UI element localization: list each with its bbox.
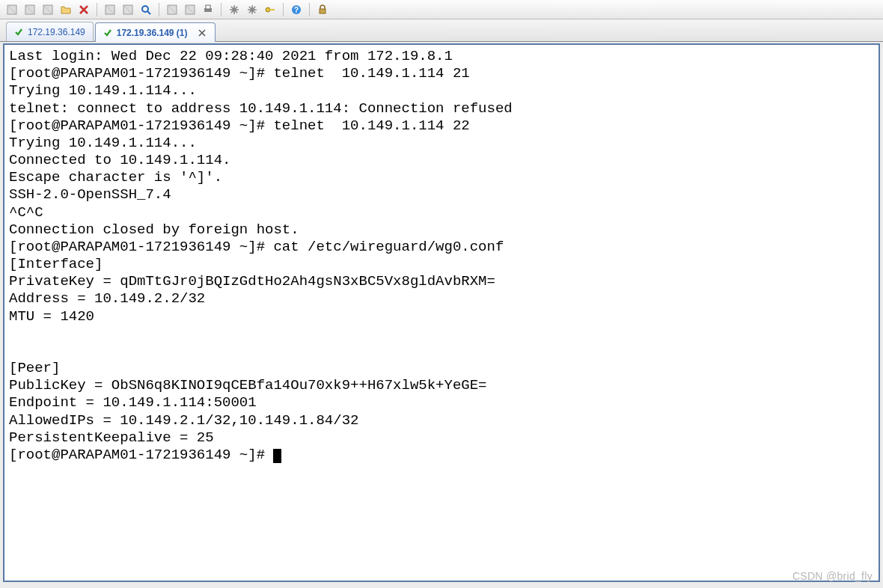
terminal-line: [root@PARAPAM01-1721936149 ~]# cat /etc/… (9, 239, 874, 256)
clipboard-icon[interactable] (40, 2, 55, 17)
tools-icon[interactable] (245, 2, 260, 17)
svg-line-26 (236, 6, 237, 7)
terminal-line: Endpoint = 10.149.1.114:50001 (9, 394, 874, 411)
terminal-line: [root@PARAPAM01-1721936149 ~]# telnet 10… (9, 117, 874, 135)
terminal-line (9, 343, 874, 360)
terminal-cursor (273, 449, 281, 463)
svg-point-10 (142, 6, 148, 12)
toolbar-separator (159, 3, 159, 16)
terminal-line: [root@PARAPAM01-1721936149 ~]# telnet 10… (9, 65, 874, 82)
terminal-line: Escape character is '^]'. (9, 169, 874, 186)
svg-rect-37 (269, 9, 275, 10)
svg-line-29 (254, 11, 255, 13)
terminal-line: Trying 10.149.1.114... (9, 82, 874, 99)
tab-label: 172.19.36.149 (1) (117, 28, 188, 38)
terminal-prompt: [root@PARAPAM01-1721936149 ~]# (9, 447, 273, 463)
search-icon[interactable] (138, 2, 153, 17)
terminal-line: Last login: Wed Dec 22 09:28:40 2021 fro… (9, 48, 874, 65)
terminal-line: Trying 10.149.1.114... (9, 135, 874, 152)
terminal-line (9, 325, 874, 343)
toolbar-separator (97, 3, 97, 16)
toolbar-separator (309, 3, 310, 16)
terminal-line: ^C^C (9, 204, 874, 221)
connected-check-icon (103, 28, 112, 37)
svg-rect-17 (206, 5, 210, 9)
session-icon[interactable] (4, 2, 19, 17)
settings-icon[interactable] (227, 2, 242, 17)
svg-line-20 (236, 11, 237, 13)
svg-line-24 (231, 6, 233, 7)
svg-text:?: ? (294, 6, 299, 14)
svg-line-11 (147, 11, 150, 14)
svg-line-31 (249, 11, 251, 13)
tab-close-icon[interactable] (197, 28, 207, 38)
terminal-line: PublicKey = ObSN6q8KINOI9qCEBfa14Ou70xk9… (9, 377, 874, 394)
svg-line-33 (249, 6, 251, 7)
delete-icon[interactable] (76, 2, 91, 17)
key-icon[interactable] (263, 2, 278, 17)
print-icon[interactable] (201, 2, 216, 17)
paste-icon[interactable] (120, 2, 135, 17)
terminal-line: PrivateKey = qDmTtGJr0jBQIzGdtHo2Ah4gsN3… (9, 273, 874, 290)
terminal-line: Address = 10.149.2.2/32 (9, 290, 874, 307)
tab-bar: 172.19.36.149172.19.36.149 (1) (0, 19, 883, 42)
toolbar: ? (0, 0, 883, 19)
svg-point-18 (232, 7, 236, 12)
download-icon[interactable] (183, 2, 198, 17)
svg-line-35 (254, 6, 255, 7)
svg-line-22 (231, 11, 233, 13)
terminal-line: telnet: connect to address 10.149.1.114:… (9, 100, 874, 117)
terminal-line: SSH-2.0-OpenSSH_7.4 (9, 186, 874, 203)
upload-icon[interactable] (165, 2, 180, 17)
toolbar-separator (221, 3, 221, 16)
tab-label: 172.19.36.149 (28, 27, 85, 37)
terminal-line: PersistentKeepalive = 25 (9, 429, 874, 447)
help-icon[interactable]: ? (289, 2, 304, 17)
terminal-line: Connection closed by foreign host. (9, 221, 874, 239)
copy-icon[interactable] (103, 2, 117, 17)
connected-check-icon (14, 28, 23, 37)
session-tab[interactable]: 172.19.36.149 (6, 22, 94, 41)
link-icon[interactable] (22, 2, 37, 17)
terminal-panel[interactable]: Last login: Wed Dec 22 09:28:40 2021 fro… (3, 43, 880, 582)
session-tab[interactable]: 172.19.36.149 (1) (95, 22, 216, 42)
svg-rect-40 (320, 9, 326, 13)
terminal-line: [Interface] (9, 256, 874, 273)
toolbar-separator (283, 3, 284, 16)
terminal-line: [Peer] (9, 360, 874, 377)
terminal-prompt-line[interactable]: [root@PARAPAM01-1721936149 ~]# (9, 447, 874, 464)
lock-icon[interactable] (315, 2, 330, 17)
terminal-line: MTU = 1420 (9, 308, 874, 325)
terminal-line: Connected to 10.149.1.114. (9, 152, 874, 169)
svg-point-27 (250, 7, 254, 12)
terminal-output[interactable]: Last login: Wed Dec 22 09:28:40 2021 fro… (4, 45, 879, 467)
folder-icon[interactable] (58, 2, 73, 17)
terminal-line: AllowedIPs = 10.149.2.1/32,10.149.1.84/3… (9, 412, 874, 429)
